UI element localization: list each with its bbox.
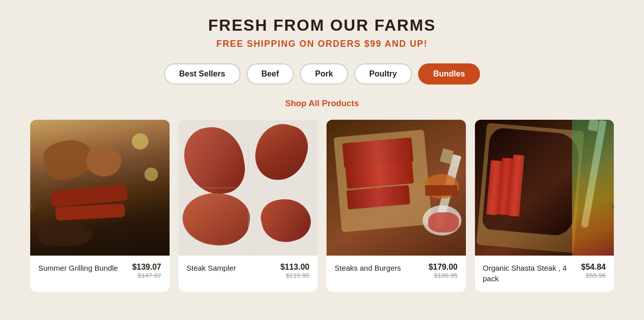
product-price-current-2: $113.00	[280, 263, 309, 272]
tab-beef[interactable]: Beef	[247, 63, 294, 85]
product-image-art-2	[179, 120, 318, 256]
product-prices-1: $139.07 $147.97	[132, 263, 162, 279]
product-image-2	[179, 120, 318, 256]
product-name-2: Steak Sampler	[187, 263, 277, 273]
product-info-3: Steaks and Burgers $179.00 $186.95	[327, 256, 466, 287]
product-image-art-4	[475, 120, 614, 256]
product-name-4: Organic Shasta Steak , 4 pack	[483, 263, 578, 284]
product-price-current-3: $179.00	[429, 263, 458, 272]
product-price-current-1: $139.07	[132, 263, 162, 272]
carousel-next-button[interactable]: ›	[606, 194, 619, 218]
products-grid: Summer Grilling Bundle $139.07 $147.97	[30, 120, 614, 292]
product-price-original-4: $55.96	[586, 272, 606, 279]
product-image-1	[30, 120, 170, 256]
shipping-subtitle: FREE SHIPPING ON ORDERS $99 AND UP!	[216, 39, 428, 49]
tab-best-sellers[interactable]: Best Sellers	[164, 63, 240, 85]
tab-pork[interactable]: Pork	[300, 63, 348, 85]
product-card-1[interactable]: Summer Grilling Bundle $139.07 $147.97	[30, 120, 170, 292]
product-prices-2: $113.00 $115.95	[280, 263, 309, 279]
page-container: FRESH FROM OUR FARMS FREE SHIPPING ON OR…	[0, 0, 644, 320]
product-info-1: Summer Grilling Bundle $139.07 $147.97	[30, 256, 170, 287]
product-info-4: Organic Shasta Steak , 4 pack $54.84 $55…	[475, 256, 614, 292]
product-card-3[interactable]: Steaks and Burgers $179.00 $186.95	[327, 120, 466, 292]
product-price-original-1: $147.97	[138, 272, 162, 279]
product-prices-4: $54.84 $55.96	[581, 263, 606, 279]
product-price-original-3: $186.95	[434, 272, 458, 279]
product-price-original-2: $115.95	[286, 272, 309, 279]
product-card-4[interactable]: Organic Shasta Steak , 4 pack $54.84 $55…	[475, 120, 614, 292]
product-image-art-3	[327, 120, 466, 256]
product-prices-3: $179.00 $186.95	[429, 263, 458, 279]
tab-poultry[interactable]: Poultry	[354, 63, 412, 85]
product-image-art-1	[30, 120, 170, 256]
product-image-3	[327, 120, 466, 256]
page-title: FRESH FROM OUR FARMS	[208, 16, 436, 35]
product-image-4	[475, 120, 614, 256]
product-name-3: Steaks and Burgers	[335, 263, 425, 273]
product-name-1: Summer Grilling Bundle	[38, 263, 128, 273]
shop-all-link[interactable]: Shop All Products	[285, 99, 359, 109]
product-price-current-4: $54.84	[581, 263, 606, 272]
carousel-prev-button[interactable]: ‹	[25, 194, 38, 218]
product-card-2[interactable]: Steak Sampler $113.00 $115.95	[179, 120, 318, 292]
carousel-wrapper: ‹ S	[30, 120, 614, 292]
product-info-2: Steak Sampler $113.00 $115.95	[179, 256, 318, 287]
tab-bundles[interactable]: Bundles	[418, 63, 480, 85]
filter-tabs: Best Sellers Beef Pork Poultry Bundles	[164, 63, 480, 85]
